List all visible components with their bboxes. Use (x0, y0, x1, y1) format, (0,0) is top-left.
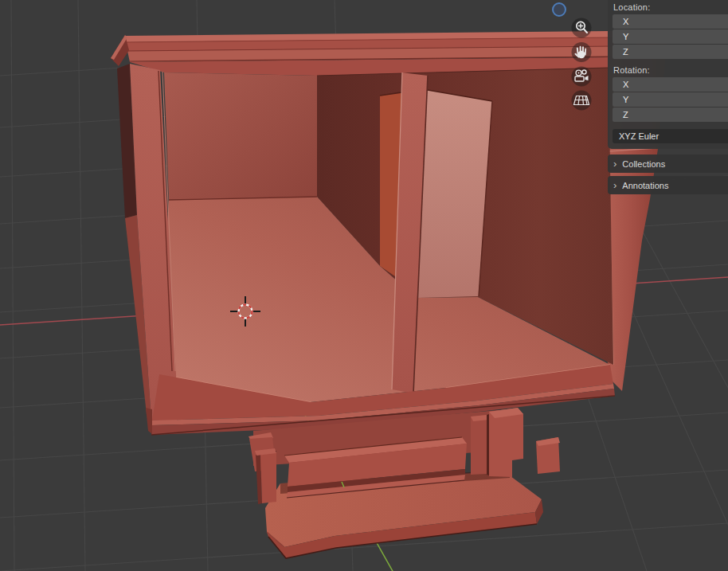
chevron-right-icon: › (613, 158, 616, 169)
gizmo-axis-ball[interactable] (553, 3, 566, 16)
location-y-field[interactable]: Y (613, 29, 728, 44)
annotations-panel-header[interactable]: › Annotations (608, 176, 728, 194)
back-wall (164, 72, 317, 200)
blender-3d-viewport[interactable]: Location: X Y Z Rotation: X Y Z XYZ Eule… (0, 0, 728, 571)
location-x-field[interactable]: X (613, 14, 728, 29)
location-label: Location: (613, 2, 728, 12)
rotation-label: Rotation: (613, 65, 728, 75)
rotation-mode-dropdown[interactable]: XYZ Euler (613, 129, 728, 143)
collections-label: Collections (622, 159, 665, 169)
base-sled (249, 408, 560, 558)
rotation-z-field[interactable]: Z (613, 108, 728, 122)
rotation-y-field[interactable]: Y (613, 92, 728, 107)
pan-button[interactable] (572, 42, 592, 62)
zoom-button[interactable] (572, 18, 592, 38)
camera-view-button[interactable] (572, 67, 592, 87)
perspective-grid-button[interactable] (572, 91, 592, 111)
location-z-field[interactable]: Z (613, 45, 728, 59)
rotation-x-field[interactable]: X (613, 77, 728, 92)
chevron-right-icon: › (613, 180, 616, 190)
transform-panel: Location: X Y Z Rotation: X Y Z XYZ Eule… (608, 0, 728, 149)
annotations-label: Annotations (622, 181, 668, 190)
collections-panel-header[interactable]: › Collections (608, 154, 728, 173)
